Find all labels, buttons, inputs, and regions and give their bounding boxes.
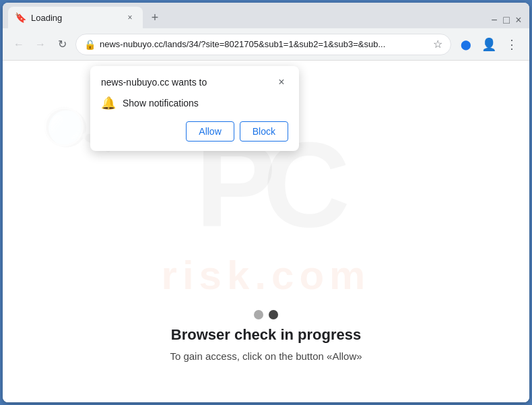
notification-popup: news-nubuyo.cc wants to × 🔔 Show notific… bbox=[90, 66, 299, 151]
risk-watermark: risk.com bbox=[162, 252, 371, 299]
url-text: news-nubuyo.cc/lands/34/?site=8021705&su… bbox=[100, 39, 429, 49]
bookmark-icon[interactable]: ☆ bbox=[433, 38, 442, 51]
tab-favicon: 🔖 bbox=[15, 12, 26, 23]
profile-button[interactable]: 👤 bbox=[479, 35, 498, 54]
permission-text: Show notifications bbox=[123, 98, 199, 108]
address-bar: ← → ↻ 🔒 news-nubuyo.cc/lands/34/?site=80… bbox=[3, 28, 529, 61]
page-bottom-content: Browser check in progress To gain access… bbox=[3, 310, 529, 362]
dot-2 bbox=[269, 310, 278, 319]
reload-button[interactable]: ↻ bbox=[54, 36, 70, 53]
allow-button[interactable]: Allow bbox=[186, 121, 234, 142]
shield-icon: ⬤ bbox=[457, 35, 475, 54]
progress-dots bbox=[254, 310, 278, 319]
page-content: 🔍 PC risk.com Browser check in progress … bbox=[3, 61, 529, 402]
toolbar-icons: ⬤ 👤 ⋮ bbox=[457, 35, 521, 54]
tab-title: Loading bbox=[31, 13, 119, 23]
block-button[interactable]: Block bbox=[240, 121, 288, 142]
popup-close-button[interactable]: × bbox=[275, 75, 288, 89]
popup-buttons: Allow Block bbox=[101, 121, 288, 142]
back-button[interactable]: ← bbox=[11, 36, 27, 53]
close-window-button[interactable]: × bbox=[513, 15, 524, 26]
popup-origin: news-nubuyo.cc wants to bbox=[101, 77, 207, 88]
bell-icon: 🔔 bbox=[101, 96, 116, 111]
dot-1 bbox=[254, 310, 263, 319]
tab-close-button[interactable]: × bbox=[124, 11, 136, 24]
active-tab[interactable]: 🔖 Loading × bbox=[8, 7, 143, 28]
check-heading: Browser check in progress bbox=[171, 326, 361, 344]
browser-window: 🔖 Loading × + − □ × ← → ↻ 🔒 news-nubuyo.… bbox=[3, 3, 529, 402]
maximize-button[interactable]: □ bbox=[501, 15, 512, 26]
menu-button[interactable]: ⋮ bbox=[502, 35, 521, 54]
forward-button[interactable]: → bbox=[32, 36, 48, 53]
lock-icon: 🔒 bbox=[84, 39, 96, 50]
address-input[interactable]: 🔒 news-nubuyo.cc/lands/34/?site=8021705&… bbox=[75, 34, 451, 55]
window-controls: − □ × bbox=[489, 15, 524, 26]
minimize-button[interactable]: − bbox=[489, 15, 500, 26]
popup-header: news-nubuyo.cc wants to × bbox=[101, 75, 288, 89]
tab-bar: 🔖 Loading × + − □ × bbox=[3, 3, 529, 28]
popup-permission-row: 🔔 Show notifications bbox=[101, 96, 288, 111]
check-subtext: To gain access, click on the button «All… bbox=[170, 350, 362, 362]
new-tab-button[interactable]: + bbox=[145, 8, 164, 27]
